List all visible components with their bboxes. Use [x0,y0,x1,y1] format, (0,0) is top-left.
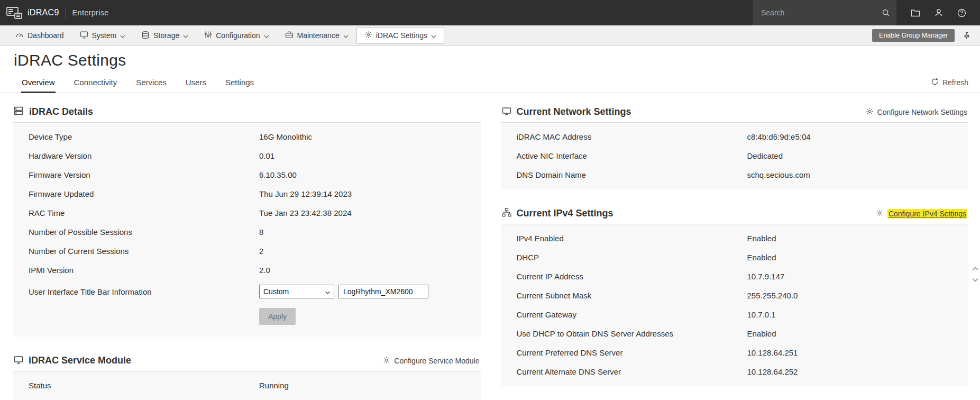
row-value: 2.0 [259,266,270,275]
row-label: DHCP [517,253,747,262]
row-value: Enabled [747,234,776,243]
row-label: Use DHCP to Obtain DNS Server Addresses [517,329,747,338]
right-column: Current Network Settings Configure Netwo… [501,102,969,400]
info-row: Use DHCP to Obtain DNS Server Addresses … [501,324,969,343]
nav-configuration[interactable]: Configuration [196,25,277,46]
panel-network-settings: Current Network Settings Configure Netwo… [501,102,969,189]
row-value: 8 [259,228,263,237]
left-column: iDRAC Details Device Type 16G Monolithic… [13,102,481,400]
row-value: Dedicated [747,151,783,160]
info-row: Current Preferred DNS Server 10.128.64.2… [501,343,969,362]
row-value: Enabled [747,253,776,262]
tab-settings[interactable]: Settings [225,74,254,93]
row-value: 10.128.64.251 [747,348,798,357]
help-icon[interactable] [957,8,966,17]
search-input[interactable] [761,8,882,17]
configure-service-module-link[interactable]: Configure Service Module [382,356,479,366]
search-icon[interactable] [882,8,890,17]
info-row: Active NIC Interface Dedicated [501,146,969,165]
refresh-icon [931,78,939,87]
row-value: Enabled [747,329,776,338]
nav-dashboard[interactable]: Dashboard [7,25,72,46]
scroll-down-icon[interactable] [972,276,979,284]
row-label: Current Gateway [517,310,747,319]
row-label: RAC Time [29,208,259,217]
gear-icon [364,31,372,40]
tab-connectivity[interactable]: Connectivity [74,74,118,93]
scrollbar [972,265,979,284]
gear-icon [866,107,874,117]
folder-icon[interactable] [911,9,920,17]
info-row: Status Running [13,376,481,395]
brand-name: iDRAC9 [28,8,59,17]
title-bar-mode-select[interactable]: Custom [259,285,334,298]
nav-label: Maintenance [297,31,340,40]
row-value: 6.10.35.00 [259,170,297,179]
row-label: Firmware Updated [29,189,259,198]
nav-label: Configuration [216,31,260,40]
user-icon[interactable] [935,8,943,17]
edition-label: Enterprise [72,8,109,17]
row-label: Number of Possible Sessions [29,228,259,237]
panel-header: iDRAC Service Module Configure Service M… [13,350,481,371]
row-value: schq.secious.com [747,170,810,179]
monitor-icon [502,107,511,117]
info-row: iDRAC MAC Address c8:4b:d6:9d:e5:04 [501,127,969,146]
info-row: Current Alternate DNS Server 10.128.64.2… [501,362,969,381]
tab-users[interactable]: Users [185,74,207,93]
content-columns: iDRAC Details Device Type 16G Monolithic… [0,93,980,400]
panel-title: Current Network Settings [517,106,631,117]
tab-services[interactable]: Services [135,74,167,93]
info-row: Firmware Version 6.10.35.00 [13,165,481,184]
row-value: 10.128.64.252 [747,367,798,376]
nav-idrac-settings[interactable]: iDRAC Settings [356,28,444,43]
enable-group-manager-button[interactable]: Enable Group Manager [872,29,955,42]
pin-icon[interactable] [963,32,970,40]
row-label: Hardware Version [29,151,259,160]
configure-ipv4-settings-link[interactable]: Configure IPv4 Settings [876,209,967,219]
apply-row: Apply [13,304,481,331]
row-label: Current Alternate DNS Server [517,367,747,376]
panel-header: Current Network Settings Configure Netwo… [501,102,969,123]
info-row: DNS Domain Name schq.secious.com [501,165,969,184]
search-box [753,0,896,25]
panel-header: Current IPv4 Settings Configure IPv4 Set… [501,203,969,224]
info-row: Number of Possible Sessions 8 [13,222,481,241]
refresh-button[interactable]: Refresh [931,78,968,93]
row-value: Thu Jun 29 12:39:14 2023 [259,189,352,198]
nav-storage[interactable]: Storage [133,25,196,46]
chevron-down-icon [183,31,188,40]
row-label: Current Subnet Mask [517,291,747,300]
info-row: Firmware Updated Thu Jun 29 12:39:14 202… [13,184,481,203]
page-title: iDRAC Settings [14,51,980,69]
info-row: Current Gateway 10.7.0.1 [501,305,969,324]
sliders-icon [204,31,212,40]
tab-overview[interactable]: Overview [21,74,56,93]
row-label: Firmware Version [29,170,259,179]
row-label: Number of Current Sessions [29,247,259,256]
info-row: IPMI Version 2.0 [13,260,481,279]
gear-icon [876,209,884,219]
info-row: Current IP Address 10.7.9.147 [501,267,969,286]
row-value: 2 [259,247,263,256]
chevron-down-icon [264,31,269,40]
nav-system[interactable]: System [72,25,134,46]
server-icon [14,106,24,117]
panel-title: iDRAC Service Module [29,355,131,366]
panel-idrac-details: iDRAC Details Device Type 16G Monolithic… [13,102,481,337]
scroll-up-icon[interactable] [972,265,979,273]
brand-separator [66,7,66,18]
row-value: c8:4b:d6:9d:e5:04 [747,132,811,141]
title-bar-text-input[interactable] [338,285,428,298]
configure-network-settings-link[interactable]: Configure Network Settings [866,107,967,117]
row-label: DNS Domain Name [517,170,747,179]
nav-maintenance[interactable]: Maintenance [277,25,356,46]
network-tree-icon [502,208,511,219]
apply-button[interactable]: Apply [259,308,296,325]
panel-body: IPv4 Enabled Enabled DHCP Enabled Curren… [501,224,969,386]
panel-title: Current IPv4 Settings [517,208,613,219]
panel-header: iDRAC Details [13,102,481,123]
chevron-down-icon [343,31,349,40]
info-row: RAC Time Tue Jan 23 23:42:38 2024 [13,203,481,222]
row-label: IPv4 Enabled [517,234,747,243]
